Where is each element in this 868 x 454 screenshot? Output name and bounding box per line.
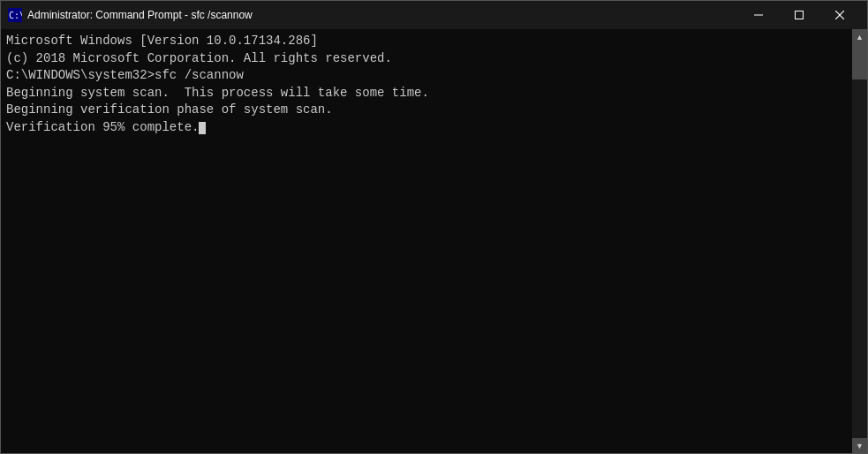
- terminal-line: C:\WINDOWS\system32>sfc /scannow: [6, 67, 847, 85]
- scrollbar-thumb[interactable]: [852, 44, 867, 79]
- close-button[interactable]: [819, 1, 860, 29]
- scroll-up-arrow[interactable]: ▲: [852, 29, 867, 44]
- window: C:\ Administrator: Command Prompt - sfc …: [0, 0, 868, 454]
- terminal-line: Verification 95% complete.: [6, 119, 847, 137]
- terminal-output[interactable]: Microsoft Windows [Version 10.0.17134.28…: [1, 29, 852, 453]
- terminal-line: Beginning verification phase of system s…: [6, 102, 847, 119]
- minimize-button[interactable]: [738, 1, 779, 29]
- scrollbar-track[interactable]: [852, 44, 867, 438]
- terminal-cursor: [199, 122, 206, 134]
- window-title: Administrator: Command Prompt - sfc /sca…: [27, 9, 738, 21]
- terminal-line: Beginning system scan. This process will…: [6, 85, 847, 102]
- maximize-button[interactable]: [779, 1, 819, 29]
- content-area: Microsoft Windows [Version 10.0.17134.28…: [1, 29, 867, 453]
- cmd-icon: C:\: [8, 8, 22, 22]
- terminal-line: (c) 2018 Microsoft Corporation. All righ…: [6, 50, 847, 68]
- titlebar-controls: [738, 1, 860, 29]
- terminal-line: Microsoft Windows [Version 10.0.17134.28…: [6, 33, 847, 50]
- scrollbar[interactable]: ▲ ▼: [852, 29, 867, 453]
- svg-rect-3: [796, 11, 804, 19]
- titlebar: C:\ Administrator: Command Prompt - sfc …: [1, 1, 867, 29]
- svg-text:C:\: C:\: [9, 11, 22, 20]
- scroll-down-arrow[interactable]: ▼: [852, 438, 867, 453]
- svg-rect-2: [754, 15, 763, 16]
